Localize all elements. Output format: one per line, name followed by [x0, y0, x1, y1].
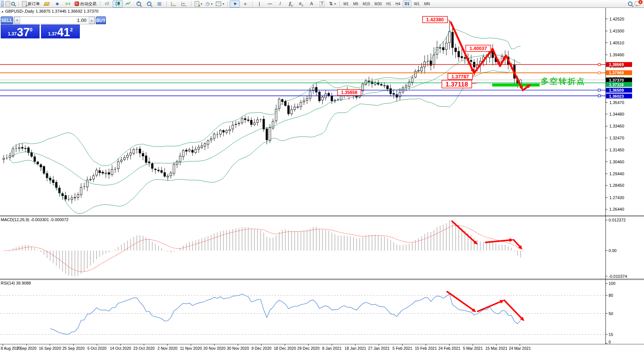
chart-canvas[interactable]: 1.425201.415001.405101.394901.385001.374… [0, 8, 644, 352]
chevron-down-icon: ▾ [334, 2, 336, 6]
chart-title: ▲ GBPUSD-,Daily 1.36875 1.37445 1.36692 … [1, 9, 98, 13]
date-tick-label: 16 Sep 2020 [39, 346, 61, 351]
sell-price-sup: 0 [30, 27, 32, 32]
volume-decrease-button[interactable]: ▼ [14, 17, 20, 24]
candle-chart-button[interactable] [113, 0, 123, 7]
hline-icon: — [268, 1, 272, 6]
chart-shift-icon: ↠ [182, 2, 186, 6]
community-button[interactable]: ☻ [52, 0, 62, 7]
date-tick-label: 24 Mar 2021 [509, 346, 531, 351]
volume-increase-button[interactable]: ▲ [89, 17, 95, 24]
macd-indicator: 0.0123720.00-0.010374MACD(12,26,9) -0.00… [1, 217, 627, 279]
tile-windows-icon: ⊞ [157, 1, 162, 6]
date-tick-label: 14 Oct 2020 [110, 346, 131, 351]
zoom-out-button[interactable]: - [144, 0, 154, 7]
tab-timeframe-MN[interactable]: MN [422, 0, 432, 7]
text-tool-icon: A [310, 1, 313, 6]
volume-input[interactable] [20, 17, 89, 24]
label-tool-button[interactable]: T [317, 0, 327, 7]
trend-arrows-rsi[interactable] [447, 292, 524, 321]
community-icon: ☻ [55, 1, 60, 6]
date-tick-label: 24 Feb 2021 [439, 346, 461, 351]
bar-chart-button[interactable] [102, 0, 112, 7]
symbol-search-button[interactable] [4, 0, 16, 7]
tab-timeframe-H1[interactable]: H1 [384, 0, 393, 7]
search-icon[interactable] [628, 1, 632, 6]
chart-shift-button[interactable]: ↠ [179, 0, 189, 7]
svg-text:1.35658: 1.35658 [341, 90, 358, 95]
text-tool-button[interactable]: A [307, 0, 317, 7]
date-axis: 8 Aug 20207 Sep 202016 Sep 202025 Sep 20… [1, 344, 531, 351]
tab-timeframe-M1[interactable]: M1 [342, 0, 351, 7]
svg-text:0.00: 0.00 [609, 248, 616, 253]
buy-price-small: 1.37 [48, 31, 57, 37]
chevron-down-icon: ▾ [201, 2, 202, 6]
fibonacci-icon: ≡ [299, 1, 301, 6]
price-axis: 1.425201.415001.405101.394901.385001.374… [606, 17, 624, 212]
sell-button[interactable]: SELL [1, 16, 13, 24]
support-zone-bar[interactable] [492, 84, 540, 87]
svg-text:100: 100 [609, 281, 615, 286]
vline-tool-button[interactable]: | [254, 0, 264, 7]
annotation-note[interactable]: 多空转折点 [541, 77, 585, 86]
cursor-button[interactable]: ➤ [230, 0, 240, 7]
template-button[interactable]: ∿ ▾ [214, 0, 226, 7]
hline-tool-button[interactable]: — [265, 0, 275, 7]
svg-text:15: 15 [609, 332, 613, 337]
channel-tool-button[interactable]: ∥E [286, 0, 296, 7]
notifications-button[interactable]: 1 [635, 1, 640, 6]
price-tick-label: 1.32470 [609, 136, 624, 140]
channel-sub-label: E [291, 4, 293, 7]
buy-button[interactable]: BUY [96, 16, 106, 24]
zoom-in-button[interactable]: + [133, 0, 144, 7]
candlestick-series[interactable] [3, 21, 522, 204]
tab-timeframe-M5[interactable]: M5 [351, 0, 360, 7]
tab-timeframe-D1[interactable]: D1 [403, 0, 411, 7]
tab-timeframe-M15[interactable]: M15 [361, 0, 372, 7]
new-chart-button[interactable]: + ▾ [193, 0, 204, 7]
autotrade-icon [75, 1, 79, 6]
signals-button[interactable] [63, 0, 73, 7]
sell-price-display[interactable]: 1.37 37 0 [1, 25, 40, 38]
rsi-indicator: 1008050150RSI(14) 39.9088 [0, 281, 615, 344]
rsi-line [50, 294, 521, 334]
fibonacci-tool-button[interactable]: ≡F [296, 0, 306, 7]
notification-badge: 1 [638, 0, 643, 4]
date-tick-label: 27 Jan 2021 [368, 346, 390, 351]
new-order-button[interactable]: + 新订单 [21, 0, 41, 7]
tab-timeframe-M30[interactable]: M30 [373, 0, 383, 7]
shapes-icon: ⇅ [329, 1, 333, 6]
buy-price-display[interactable]: 1.37 41 2 [41, 25, 80, 38]
template-icon: ∿ [216, 1, 221, 6]
macd-label: MACD(12,26,9) -0.003301 -0.000072 [1, 217, 69, 222]
price-tick-label: 1.34480 [609, 112, 624, 116]
price-tick-label: 1.26440 [609, 207, 624, 211]
autoscroll-button[interactable]: → [169, 0, 179, 7]
date-tick-label: 2 Nov 2020 [157, 346, 178, 351]
sell-price-big: 37 [17, 28, 29, 37]
crosshair-button[interactable]: + [240, 0, 250, 7]
crosshair-icon: + [244, 1, 247, 6]
sell-price-small: 1.37 [8, 31, 16, 37]
trend-arrows-macd[interactable] [452, 221, 522, 249]
periods-button[interactable]: ◷ ▾ [204, 0, 214, 7]
clipped-toolbar-icon [1, 1, 4, 7]
svg-text:1.37118: 1.37118 [609, 82, 623, 87]
autotrade-button[interactable]: 自动交易 [73, 0, 98, 7]
new-order-label: 新订单 [28, 1, 40, 7]
price-label-boxes[interactable]: 1.423801.400371.377871.371181.35658 [337, 16, 494, 100]
zoom-out-icon: - [147, 1, 151, 6]
tab-timeframe-W1[interactable]: W1 [412, 0, 421, 7]
svg-text:1.37969: 1.37969 [609, 70, 624, 75]
line-chart-button[interactable] [123, 0, 133, 7]
buy-price-sup: 2 [70, 27, 73, 32]
deposit-button[interactable] [42, 0, 52, 7]
autoscroll-icon: → [171, 2, 176, 6]
autotrade-label: 自动交易 [80, 1, 97, 7]
date-tick-label: 5 Feb 2021 [392, 346, 412, 351]
tab-timeframe-H4[interactable]: H4 [394, 0, 402, 7]
shapes-tool-button[interactable]: ⇅▾ [327, 0, 337, 7]
tile-windows-button[interactable]: ⊞ [154, 0, 164, 7]
rsi-label: RSI(14) 39.9088 [1, 281, 31, 285]
trendline-tool-button[interactable]: / [275, 0, 285, 7]
